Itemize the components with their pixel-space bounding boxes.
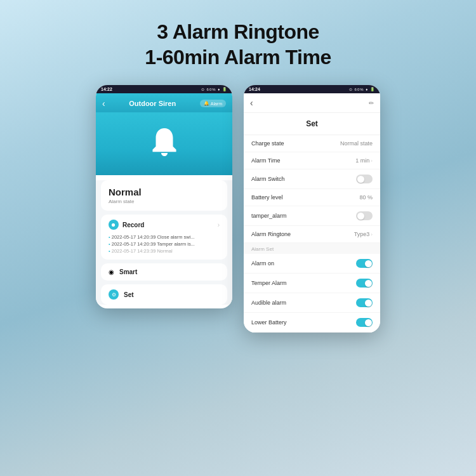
phones-container: 14:22 ⊙ 60% ♦ 🔋 ‹ Outdoor Siren 🔔 Alarm	[96, 85, 380, 333]
phone1-header: ‹ Outdoor Siren 🔔 Alarm	[96, 93, 232, 112]
record-item-1: 2022-05-17 14:20:39 Close alarm swi...	[109, 234, 220, 241]
set-card[interactable]: ⚙ Set	[101, 284, 227, 305]
phone1-status-bar: 14:22 ⊙ 60% ♦ 🔋	[96, 85, 232, 93]
phone1-time: 14:22	[101, 87, 112, 91]
audible-alarm-label: Audible alarm	[251, 300, 286, 306]
set-gear-icon: ⚙	[109, 289, 119, 300]
set-label: Set	[124, 291, 134, 298]
setting-audible-alarm: Audible alarm	[244, 293, 380, 313]
setting-alarm-switch: Alarm Switch	[244, 169, 380, 189]
alarm-switch-label: Alarm Switch	[251, 176, 285, 182]
setting-battery-level: Battery level 80 %	[244, 189, 380, 206]
lower-battery-toggle[interactable]	[356, 318, 373, 327]
phone1-alarm-badge: 🔔 Alarm	[200, 100, 226, 107]
audible-alarm-toggle[interactable]	[356, 298, 373, 307]
setting-alarm-on: Alarm on	[244, 254, 380, 274]
charge-state-value: Normal state	[340, 140, 373, 147]
bell-icon	[147, 125, 182, 159]
ringtone-chevron-icon: ›	[371, 232, 373, 237]
phone1-body: Normal Alarm state ⏺ Record › 2022-05-17…	[96, 180, 232, 305]
record-items: 2022-05-17 14:20:39 Close alarm swi... 2…	[109, 234, 220, 255]
normal-state-card: Normal Alarm state	[101, 180, 227, 211]
phone1-back-button[interactable]: ‹	[102, 98, 105, 109]
alarm-ringtone-value: Type3 ›	[354, 231, 373, 237]
set-screen-title: Set	[244, 113, 380, 135]
normal-sublabel: Alarm state	[109, 199, 220, 204]
alarm-time-value: 1 min ›	[355, 157, 373, 164]
alarm-set-section-label: Alarm Set	[244, 243, 380, 254]
setting-alarm-time[interactable]: Alarm Time 1 min ›	[244, 152, 380, 169]
setting-charge-state: Charge state Normal state	[244, 135, 380, 152]
temper-alarm-toggle[interactable]	[356, 279, 373, 288]
record-item-2: 2022-05-17 14:20:39 Tamper alarm is...	[109, 241, 220, 248]
smart-label: Smart	[119, 268, 137, 275]
battery-level-value: 80 %	[359, 194, 373, 201]
record-card[interactable]: ⏺ Record › 2022-05-17 14:20:39 Close ala…	[101, 215, 227, 260]
setting-lower-battery: Lower Battery	[244, 313, 380, 333]
record-title: Record	[122, 221, 218, 228]
normal-label: Normal	[109, 187, 220, 197]
title-line1: 3 Alarm Ringtone	[157, 20, 319, 43]
phone2-header: ‹ ✏	[244, 93, 380, 113]
phone2-time: 14:24	[249, 87, 260, 91]
smart-icon: ◉	[109, 268, 114, 275]
record-card-header: ⏺ Record ›	[109, 220, 220, 230]
phone2-status-bar: 14:24 ⊙ 60% ♦ 🔋	[244, 85, 380, 93]
lower-battery-label: Lower Battery	[251, 319, 287, 326]
temper-alarm-label: Temper Alarm	[251, 280, 287, 286]
phone1-screen-title: Outdoor Siren	[129, 100, 176, 107]
record-item-3: 2022-05-17 14:23:39 Normal	[109, 248, 220, 255]
phone2-status-icons: ⊙ 60% ♦ 🔋	[349, 87, 375, 91]
alarm-on-label: Alarm on	[251, 260, 274, 267]
phone1-status-icons: ⊙ 60% ♦ 🔋	[201, 87, 227, 91]
page-title: 3 Alarm Ringtone 1-60min Alarm Time	[145, 19, 331, 70]
setting-temper-alarm: Temper Alarm	[244, 274, 380, 293]
content-wrapper: 3 Alarm Ringtone 1-60min Alarm Time 14:2…	[0, 0, 476, 345]
alarm-time-chevron-icon: ›	[371, 158, 373, 164]
smart-card[interactable]: ◉ Smart	[101, 263, 227, 281]
setting-tamper-alarm: tamper_alarm	[244, 206, 380, 226]
phone2-edit-icon[interactable]: ✏	[369, 100, 374, 107]
alarm-switch-toggle[interactable]	[356, 175, 373, 183]
alarm-time-label: Alarm Time	[251, 157, 281, 164]
phone1: 14:22 ⊙ 60% ♦ 🔋 ‹ Outdoor Siren 🔔 Alarm	[96, 85, 232, 308]
record-chevron-icon: ›	[218, 221, 220, 228]
charge-state-label: Charge state	[251, 140, 284, 147]
settings-list: Charge state Normal state Alarm Time 1 m…	[244, 135, 380, 333]
alarm-on-toggle[interactable]	[356, 259, 373, 268]
tamper-alarm-label: tamper_alarm	[251, 213, 287, 219]
record-icon: ⏺	[109, 220, 119, 230]
phone1-bell-area	[96, 112, 232, 175]
phone2-back-button[interactable]: ‹	[250, 98, 253, 108]
title-line2: 1-60min Alarm Time	[145, 46, 331, 69]
setting-alarm-ringtone[interactable]: Alarm Ringtone Type3 ›	[244, 226, 380, 243]
tamper-alarm-toggle[interactable]	[356, 211, 373, 220]
alarm-ringtone-label: Alarm Ringtone	[251, 231, 291, 237]
phone2: 14:24 ⊙ 60% ♦ 🔋 ‹ ✏ Set Charge state Nor…	[244, 85, 380, 333]
battery-level-label: Battery level	[251, 194, 283, 201]
